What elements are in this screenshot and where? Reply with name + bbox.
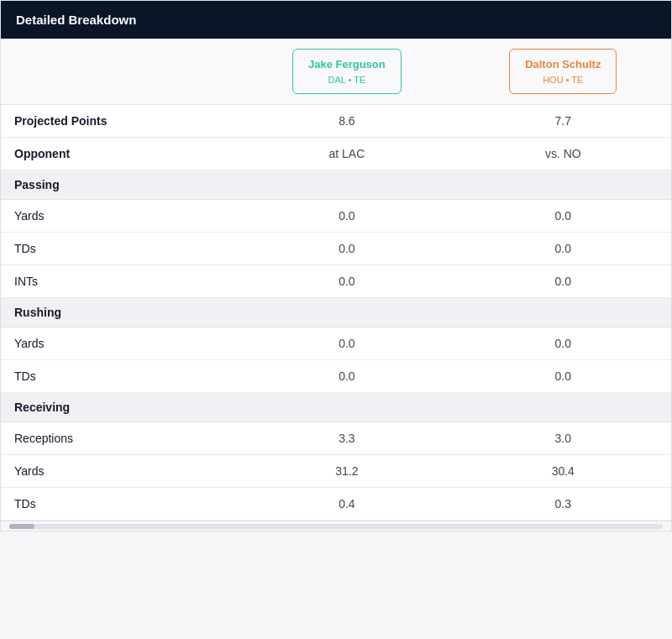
player1-value: 0.0 xyxy=(239,327,454,360)
row-label: TDs xyxy=(1,488,239,521)
breakdown-table: Jake Ferguson DAL • TE Dalton Schultz HO… xyxy=(1,39,671,521)
scrollbar-thumb xyxy=(9,524,34,529)
player2-value: 0.3 xyxy=(455,488,671,521)
player1-value: 0.0 xyxy=(239,360,454,393)
player2-value: 0.0 xyxy=(455,200,671,233)
player2-value: 3.0 xyxy=(455,422,671,455)
player2-value: 0.0 xyxy=(455,360,671,393)
table-row: INTs0.00.0 xyxy=(1,265,671,298)
player2-card: Dalton Schultz HOU • TE xyxy=(509,49,617,94)
table-row: Projected Points8.67.7 xyxy=(1,105,671,138)
player1-value: 3.3 xyxy=(239,422,454,455)
row-label: TDs xyxy=(1,360,239,393)
section-label: Receiving xyxy=(1,393,671,422)
section-header: Detailed Breakdown xyxy=(1,1,671,39)
section-header-row: Rushing xyxy=(1,298,671,327)
player1-value: 8.6 xyxy=(239,105,454,138)
player2-name: Dalton Schultz xyxy=(525,56,601,73)
player1-name: Jake Ferguson xyxy=(308,56,386,73)
row-label: INTs xyxy=(1,265,239,298)
player2-header: Dalton Schultz HOU • TE xyxy=(455,39,671,105)
row-label: Yards xyxy=(1,200,239,233)
table-wrapper: Jake Ferguson DAL • TE Dalton Schultz HO… xyxy=(1,39,671,531)
table-row: Yards31.230.4 xyxy=(1,455,671,488)
detailed-breakdown-container: Detailed Breakdown Jake Ferguson DAL • T… xyxy=(0,0,672,532)
table-row: TDs0.00.0 xyxy=(1,360,671,393)
player1-value: at LAC xyxy=(239,138,454,170)
table-body: Projected Points8.67.7Opponentat LACvs. … xyxy=(1,105,671,521)
player2-team: HOU • TE xyxy=(525,73,601,87)
player2-value: 30.4 xyxy=(455,455,671,488)
table-row: Yards0.00.0 xyxy=(1,327,671,360)
table-row: Receptions3.33.0 xyxy=(1,422,671,455)
table-row: TDs0.40.3 xyxy=(1,488,671,521)
section-label: Rushing xyxy=(1,298,671,327)
player2-value: 7.7 xyxy=(455,105,671,138)
player1-value: 0.4 xyxy=(239,488,454,521)
player2-value: vs. NO xyxy=(455,138,671,170)
player1-team: DAL • TE xyxy=(308,73,386,87)
player1-card: Jake Ferguson DAL • TE xyxy=(292,49,402,94)
row-label: Projected Points xyxy=(1,105,239,138)
section-header-row: Passing xyxy=(1,170,671,200)
player1-value: 0.0 xyxy=(239,233,454,265)
table-row: TDs0.00.0 xyxy=(1,233,671,265)
table-row: Yards0.00.0 xyxy=(1,200,671,233)
row-label: Yards xyxy=(1,327,239,360)
player1-value: 0.0 xyxy=(239,265,454,298)
row-label: TDs xyxy=(1,233,239,265)
scrollbar-row[interactable] xyxy=(1,521,671,531)
row-label: Yards xyxy=(1,455,239,488)
header-title: Detailed Breakdown xyxy=(16,13,136,27)
player2-value: 0.0 xyxy=(455,327,671,360)
player2-value: 0.0 xyxy=(455,233,671,265)
player-header-row: Jake Ferguson DAL • TE Dalton Schultz HO… xyxy=(1,39,671,105)
section-header-row: Receiving xyxy=(1,393,671,422)
player1-value: 0.0 xyxy=(239,200,454,233)
label-col-header xyxy=(1,39,239,105)
scrollbar-track xyxy=(9,524,663,529)
player1-header: Jake Ferguson DAL • TE xyxy=(239,39,454,105)
player2-value: 0.0 xyxy=(455,265,671,298)
section-label: Passing xyxy=(1,170,671,200)
table-row: Opponentat LACvs. NO xyxy=(1,138,671,170)
row-label: Receptions xyxy=(1,422,239,455)
row-label: Opponent xyxy=(1,138,239,170)
player1-value: 31.2 xyxy=(239,455,454,488)
